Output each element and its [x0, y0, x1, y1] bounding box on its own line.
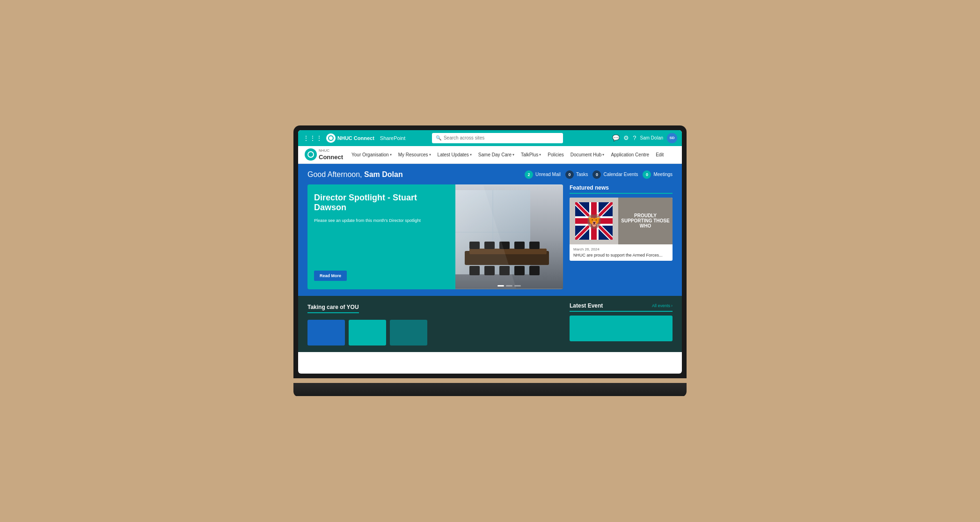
bottom-left: Taking care of YOU: [307, 302, 560, 346]
slide-dot-1[interactable]: [497, 285, 504, 287]
nav-application-centre[interactable]: Application Centre: [608, 150, 652, 159]
bottom-card-3[interactable]: [390, 320, 427, 346]
user-avatar[interactable]: SD: [667, 133, 677, 143]
news-date: March 26, 2024: [573, 247, 669, 251]
card-title: Director Spotlight - Stuart Dawson: [314, 193, 449, 213]
nav-logo-text: Connect: [319, 154, 343, 161]
greeting-name: Sam Dolan: [364, 170, 403, 178]
settings-icon[interactable]: ⚙: [623, 134, 629, 141]
chevron-down-icon: ▾: [512, 153, 514, 157]
nav-document-hub[interactable]: Document Hub ▾: [568, 150, 607, 159]
read-more-button[interactable]: Read More: [314, 271, 347, 281]
featured-card: Director Spotlight - Stuart Dawson Pleas…: [307, 184, 563, 289]
nav-logo[interactable]: NHUC Connect: [305, 148, 343, 161]
news-card-images: 🦁 PROUDLY SUPPORTING THOSE WHO: [570, 198, 673, 244]
svg-rect-10: [529, 242, 540, 249]
hero-content: Director Spotlight - Stuart Dawson Pleas…: [307, 184, 673, 289]
slide-dot-3[interactable]: [514, 285, 521, 287]
calendar-events-stat[interactable]: 0 Calendar Events: [592, 170, 638, 179]
nav-bar: NHUC Connect Your Organisation ▾ My Reso…: [298, 146, 682, 164]
card-text-area: Director Spotlight - Stuart Dawson Pleas…: [307, 184, 455, 289]
bottom-cards: [307, 320, 560, 346]
news-excerpt: NHUC are proud to support the Armed Forc…: [573, 253, 669, 258]
top-bar-actions: 💬 ⚙ ? Sam Dolan SD: [612, 133, 677, 143]
all-events-link[interactable]: All events ›: [652, 303, 673, 308]
chevron-down-icon: ▾: [390, 153, 392, 157]
greeting-bar: Good Afternoon, Sam Dolan 2 Unread Mail: [307, 170, 673, 179]
bottom-card-1[interactable]: [307, 320, 345, 346]
bottom-card-2[interactable]: [349, 320, 386, 346]
nav-talkplus[interactable]: TalkPlus ▾: [518, 150, 544, 159]
slide-dot-2[interactable]: [506, 285, 512, 287]
chevron-right-icon: ›: [671, 303, 673, 308]
slide-dots: [497, 285, 521, 287]
chevron-down-icon: ▾: [470, 153, 472, 157]
meetings-stat[interactable]: 0 Meetings: [643, 170, 673, 179]
calendar-events-badge: 0: [592, 170, 601, 179]
news-card[interactable]: 🦁 PROUDLY SUPPORTING THOSE WHO March 26,…: [570, 198, 673, 261]
taking-care-title: Taking care of YOU: [307, 304, 359, 313]
news-image-right: PROUDLY SUPPORTING THOSE WHO: [618, 198, 673, 244]
tasks-badge: 0: [565, 170, 574, 179]
featured-news-panel: Featured news: [570, 184, 673, 289]
user-name-label: Sam Dolan: [640, 135, 663, 140]
svg-rect-15: [529, 266, 540, 275]
search-bar[interactable]: 🔍: [432, 133, 563, 143]
chevron-down-icon: ▾: [539, 153, 541, 157]
unread-mail-stat[interactable]: 2 Unread Mail: [525, 170, 561, 179]
search-icon: 🔍: [436, 135, 441, 140]
nav-policies[interactable]: Policies: [545, 150, 566, 159]
grid-icon[interactable]: ⋮⋮⋮: [303, 134, 322, 142]
svg-rect-9: [514, 242, 525, 249]
sharepoint-link[interactable]: SharePoint: [380, 135, 405, 141]
bottom-section: Taking care of YOU Latest Event All even…: [298, 296, 682, 352]
tasks-stat[interactable]: 0 Tasks: [565, 170, 588, 179]
uk-flag-lion-svg: 🦁: [575, 202, 613, 240]
news-image-left: 🦁: [570, 198, 618, 244]
top-bar: ⋮⋮⋮ NHUC Connect SharePoint 🔍 💬 ⚙ ? S: [298, 130, 682, 146]
meetings-badge: 0: [643, 170, 651, 179]
stats-bar: 2 Unread Mail 0 Tasks 0: [525, 170, 673, 179]
nav-logo-sub: NHUC: [319, 148, 343, 153]
featured-news-title: Featured news: [570, 184, 673, 194]
conference-room-image: [455, 184, 563, 289]
card-description: Please see an update from this month's D…: [314, 218, 449, 264]
card-image: [455, 184, 563, 289]
greeting-text: Good Afternoon, Sam Dolan: [307, 170, 403, 179]
bottom-right: Latest Event All events ›: [570, 302, 673, 346]
chevron-down-icon: ▾: [602, 153, 604, 157]
unread-mail-badge: 2: [525, 170, 533, 179]
help-icon[interactable]: ?: [633, 134, 636, 141]
hero-section: Good Afternoon, Sam Dolan 2 Unread Mail: [298, 164, 682, 296]
svg-rect-14: [514, 266, 525, 275]
nav-your-organisation[interactable]: Your Organisation ▾: [349, 150, 395, 159]
latest-event-card[interactable]: [570, 316, 673, 341]
search-input[interactable]: [444, 135, 559, 140]
svg-text:🦁: 🦁: [585, 213, 603, 230]
latest-event-header: Latest Event All events ›: [570, 302, 673, 312]
nav-latest-updates[interactable]: Latest Updates ▾: [435, 150, 475, 159]
nhuc-connect-logo[interactable]: NHUC Connect: [326, 133, 374, 143]
nav-same-day-care[interactable]: Same Day Care ▾: [475, 150, 517, 159]
chevron-down-icon: ▾: [429, 153, 431, 157]
latest-event-title: Latest Event: [570, 302, 603, 309]
logo-text: NHUC Connect: [337, 135, 374, 141]
comment-icon[interactable]: 💬: [612, 134, 620, 141]
nav-my-resources[interactable]: My Resources ▾: [395, 150, 434, 159]
news-card-content: March 26, 2024 NHUC are proud to support…: [570, 244, 673, 261]
nav-edit[interactable]: Edit: [653, 150, 666, 159]
proudly-text: PROUDLY SUPPORTING THOSE WHO: [621, 213, 670, 228]
